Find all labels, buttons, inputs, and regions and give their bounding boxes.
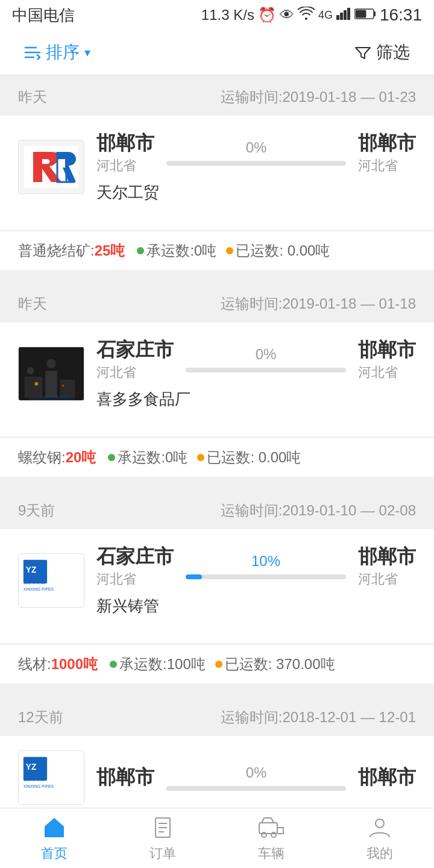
svg-rect-1 — [340, 13, 343, 20]
filter-label: 筛选 — [376, 41, 410, 64]
card-3-carrier-count: 承运数:100吨 — [110, 655, 206, 674]
svg-rect-14 — [60, 379, 75, 397]
card-4-route: 邯郸市 0% 邯郸市 — [96, 764, 416, 791]
card-1-top: 邯郸市 河北省 0% 邯郸市 河北省 — [18, 130, 416, 203]
card-3-to-city: 邯郸市 — [358, 544, 416, 570]
card-3-to: 邯郸市 河北省 — [358, 544, 416, 588]
card-3[interactable]: YZ 新兴铸管 XINXING PIPES 石家庄市 河北省 10% — [0, 529, 434, 643]
card-3-from: 石家庄市 河北省 — [96, 544, 174, 588]
nav-home-label: 首页 — [41, 844, 68, 863]
card-1-cities: 邯郸市 河北省 0% 邯郸市 河北省 — [96, 130, 416, 175]
factory-scene-icon — [19, 347, 84, 401]
svg-rect-0 — [336, 15, 339, 20]
section-3: 9天前 运输时间:2019-01-10 — 02-08 YZ 新兴铸管 XINX… — [0, 489, 434, 684]
card-2-logo — [18, 347, 84, 401]
section-3-header: 9天前 运输时间:2019-01-10 — 02-08 — [0, 489, 434, 529]
section-1: 昨天 运输时间:2019-01-18 — 01-23 — [0, 75, 434, 270]
section-3-time-range: 运输时间:2019-01-10 — 02-08 — [221, 501, 416, 520]
card-2-to-province: 河北省 — [358, 363, 398, 382]
orange-dot-icon-2 — [197, 454, 204, 461]
card-1-from: 邯郸市 河北省 — [96, 130, 154, 175]
card-2-cargo-qty: 20吨 — [66, 449, 96, 465]
card-4-logo: YZ 新兴铸管 XINXING PIPES — [18, 750, 84, 805]
green-dot-icon-3 — [110, 661, 117, 668]
filter-button[interactable]: 筛选 — [354, 41, 410, 64]
nav-home[interactable]: 首页 — [0, 814, 108, 863]
card-4-progress-bar — [166, 786, 346, 791]
svg-text:YZ: YZ — [26, 565, 37, 574]
card-1-route: 邯郸市 河北省 0% 邯郸市 河北省 — [96, 130, 416, 203]
sort-button[interactable]: 排序 ▾ — [24, 41, 90, 64]
card-4-to-city: 邯郸市 — [358, 764, 416, 791]
card-1-from-province: 河北省 — [96, 157, 136, 175]
card-1-logo — [18, 140, 84, 194]
card-3-progress: 10% — [174, 553, 358, 579]
card-1-cargo-qty: 25吨 — [95, 242, 125, 259]
nav-mine-label: 我的 — [366, 844, 393, 863]
card-2-company: 喜多多食品厂 — [96, 389, 416, 410]
section-3-date: 9天前 — [18, 501, 55, 520]
toolbar: 排序 ▾ 筛选 — [0, 30, 434, 75]
status-right: 11.3 K/s ⏰ 👁 4G — [201, 5, 422, 25]
svg-rect-5 — [374, 11, 376, 16]
card-2-from: 石家庄市 河北省 — [96, 337, 174, 382]
card-1-to-city: 邯郸市 — [358, 130, 416, 157]
svg-point-17 — [35, 382, 39, 385]
sort-chevron-icon: ▾ — [84, 45, 90, 60]
card-2-to: 邯郸市 河北省 — [358, 337, 416, 382]
card-1-to-province: 河北省 — [358, 157, 398, 175]
card-3-logo: YZ 新兴铸管 XINXING PIPES — [18, 553, 84, 608]
card-1-company: 天尔工贸 — [96, 182, 416, 203]
section-2-date: 昨天 — [18, 294, 47, 313]
card-3-route: 石家庄市 河北省 10% 邯郸市 河北省 — [96, 544, 416, 617]
card-4[interactable]: YZ 新兴铸管 XINXING PIPES 邯郸市 0% — [0, 736, 434, 808]
card-4-to: 邯郸市 — [358, 764, 416, 791]
signal-icon — [336, 7, 351, 24]
card-3-cities: 石家庄市 河北省 10% 邯郸市 河北省 — [96, 544, 416, 588]
svg-rect-6 — [355, 10, 366, 18]
card-2-to-city: 邯郸市 — [358, 337, 416, 363]
card-2-progress-bar — [186, 368, 346, 373]
svg-rect-12 — [25, 376, 42, 397]
card-1-progress-bar — [166, 161, 346, 166]
green-dot-icon-2 — [108, 454, 115, 461]
card-4-from: 邯郸市 — [96, 764, 154, 791]
card-3-to-province: 河北省 — [358, 570, 398, 588]
card-2[interactable]: 石家庄市 河北省 0% 邯郸市 河北省 — [0, 322, 434, 436]
card-3-progress-fill — [186, 574, 202, 579]
card-3-top: YZ 新兴铸管 XINXING PIPES 石家庄市 河北省 10% — [18, 544, 416, 617]
section-4-date: 12天前 — [18, 708, 63, 727]
card-3-from-city: 石家庄市 — [96, 544, 174, 570]
status-bar: 中国电信 11.3 K/s ⏰ 👁 4G — [0, 0, 434, 30]
card-2-progress: 0% — [174, 346, 358, 373]
card-3-cargo: 线材:1000吨 — [18, 655, 98, 674]
card-1-to: 邯郸市 河北省 — [358, 130, 416, 175]
carrier-label: 中国电信 — [12, 5, 75, 26]
eye-icon: 👁 — [280, 7, 294, 24]
card-1-from-city: 邯郸市 — [96, 130, 154, 157]
card-3-progress-label: 10% — [251, 553, 280, 570]
section-1-date: 昨天 — [18, 87, 47, 107]
card-2-cities: 石家庄市 河北省 0% 邯郸市 河北省 — [96, 337, 416, 382]
orange-dot-icon — [226, 247, 233, 254]
card-3-transported-count: 已运数: 370.00吨 — [215, 655, 335, 674]
vehicles-icon — [258, 814, 285, 841]
nav-mine[interactable]: 我的 — [326, 814, 434, 863]
card-2-from-city: 石家庄市 — [96, 337, 174, 363]
nav-orders[interactable]: 订单 — [108, 814, 217, 863]
section-4-header: 12天前 运输时间:2018-12-01 — 12-01 — [0, 696, 434, 736]
section-4: 12天前 运输时间:2018-12-01 — 12-01 YZ 新兴铸管 XIN… — [0, 696, 434, 808]
card-3-cargo-qty: 1000吨 — [51, 656, 98, 672]
battery-icon — [354, 7, 376, 24]
card-3-progress-bar — [186, 574, 346, 579]
nav-vehicles[interactable]: 车辆 — [217, 814, 326, 863]
card-2-transported-count: 已运数: 0.00吨 — [197, 448, 301, 467]
card-3-from-province: 河北省 — [96, 570, 136, 588]
card-1-cargo: 普通烧结矿:25吨 — [18, 241, 125, 260]
xinxing-logo-icon: YZ 新兴铸管 XINXING PIPES — [19, 553, 84, 608]
section-1-time-range: 运输时间:2019-01-18 — 01-23 — [221, 87, 416, 107]
card-2-cargo: 螺纹钢:20吨 — [18, 448, 96, 467]
card-2-carrier-count: 承运数:0吨 — [108, 448, 187, 467]
card-1[interactable]: 邯郸市 河北省 0% 邯郸市 河北省 — [0, 116, 434, 230]
card-4-top: YZ 新兴铸管 XINXING PIPES 邯郸市 0% — [18, 750, 416, 805]
